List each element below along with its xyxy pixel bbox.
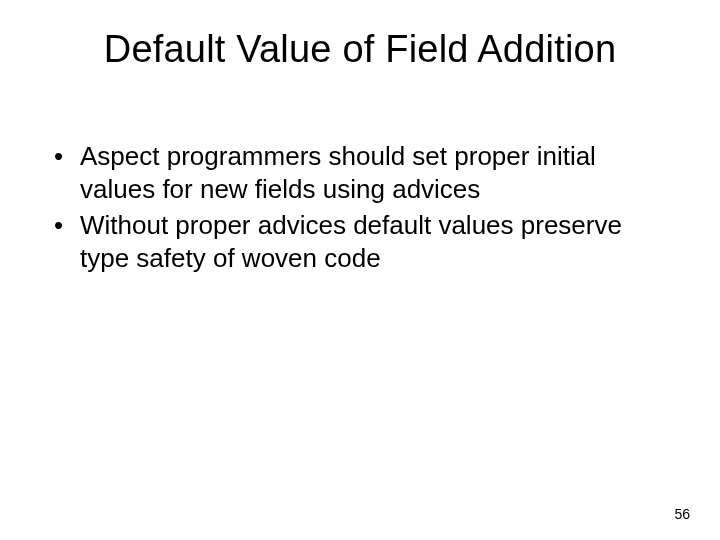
slide-body: Aspect programmers should set proper ini… xyxy=(50,140,670,278)
list-item: Without proper advices default values pr… xyxy=(50,209,670,274)
bullet-list: Aspect programmers should set proper ini… xyxy=(50,140,670,274)
bullet-text: Aspect programmers should set proper ini… xyxy=(80,141,596,204)
slide: Default Value of Field Addition Aspect p… xyxy=(0,0,720,540)
list-item: Aspect programmers should set proper ini… xyxy=(50,140,670,205)
bullet-text: Without proper advices default values pr… xyxy=(80,210,622,273)
page-number: 56 xyxy=(674,506,690,522)
slide-title: Default Value of Field Addition xyxy=(0,28,720,71)
